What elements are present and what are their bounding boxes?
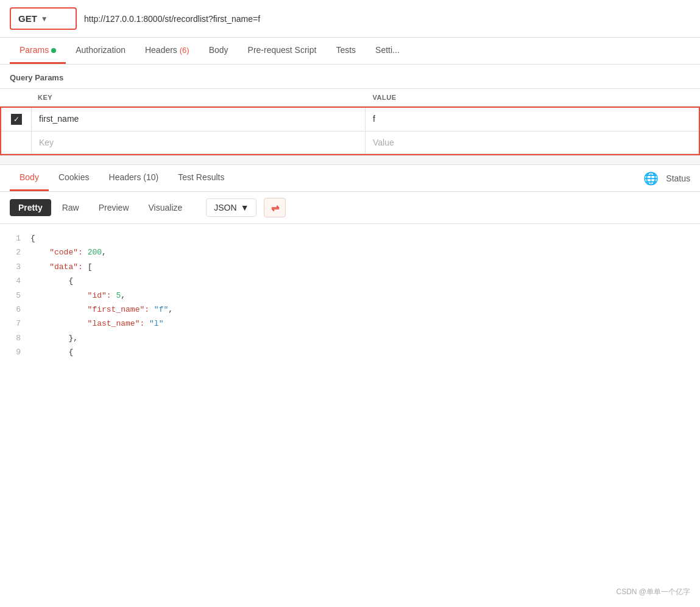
line-number-7: 7: [0, 317, 30, 331]
check-column-header: [0, 89, 30, 106]
json-viewer: 1 { 2 "code": 200, 3 "data": [ 4 { 5 "id…: [0, 224, 700, 407]
chevron-down-icon: ▼: [41, 15, 48, 23]
line-content-8: },: [30, 331, 700, 345]
url-bar: GET ▼: [0, 0, 700, 38]
headers-badge: (6): [180, 46, 189, 55]
method-selector[interactable]: GET ▼: [10, 7, 77, 30]
preview-button[interactable]: Preview: [90, 199, 138, 216]
wrap-button[interactable]: ⇌: [264, 198, 286, 217]
params-table: KEY VALUE ✓ first_name f Key Value: [0, 88, 700, 155]
params-empty-row: Key Value: [1, 132, 699, 154]
empty-check-cell: [1, 132, 32, 153]
url-input[interactable]: [77, 9, 690, 29]
line-content-7: "last_name": "l": [30, 317, 700, 331]
response-tab-cookies[interactable]: Cookies: [49, 165, 99, 191]
query-params-title: Query Params: [0, 65, 700, 88]
visualize-button[interactable]: Visualize: [140, 199, 191, 216]
format-divider: [198, 200, 199, 215]
response-tab-right: 🌐 Status: [643, 166, 690, 191]
params-row-highlighted: ✓ first_name f Key Value: [0, 107, 700, 155]
key-placeholder: Key: [39, 138, 54, 147]
line-number-3: 3: [0, 260, 30, 274]
tab-settings[interactable]: Setti...: [366, 38, 409, 64]
raw-button[interactable]: Raw: [54, 199, 88, 216]
response-tab-headers[interactable]: Headers (10): [99, 165, 169, 191]
wrap-icon: ⇌: [271, 202, 279, 214]
params-header: KEY VALUE: [0, 89, 700, 107]
tab-params[interactable]: Params: [10, 38, 66, 64]
line-number-8: 8: [0, 331, 30, 345]
row-checkbox[interactable]: ✓: [11, 114, 22, 125]
json-line-2: 2 "code": 200,: [0, 245, 700, 259]
table-row: ✓ first_name f: [1, 108, 699, 132]
line-number-1: 1: [0, 231, 30, 245]
line-number-5: 5: [0, 289, 30, 303]
line-number-9: 9: [0, 345, 30, 359]
json-line-5: 5 "id": 5,: [0, 289, 700, 303]
json-line-4: 4 {: [0, 274, 700, 288]
line-number-2: 2: [0, 245, 30, 259]
json-line-7: 7 "last_name": "l": [0, 317, 700, 331]
line-content-4: {: [30, 274, 700, 288]
status-label: Status: [666, 174, 690, 183]
tab-body[interactable]: Body: [199, 38, 238, 64]
request-tabs: Params Authorization Headers (6) Body Pr…: [0, 38, 700, 65]
checkmark-icon: ✓: [13, 116, 19, 123]
response-tabs: Body Cookies Headers (10) Test Results 🌐…: [0, 165, 700, 192]
json-line-9: 9 {: [0, 345, 700, 359]
json-line-1: 1 {: [0, 231, 700, 245]
value-cell[interactable]: f: [366, 108, 699, 131]
response-tab-body[interactable]: Body: [10, 165, 49, 191]
empty-key-cell[interactable]: Key: [32, 132, 366, 153]
check-cell[interactable]: ✓: [1, 108, 32, 131]
params-dot: [51, 48, 56, 53]
key-column-header: KEY: [30, 89, 366, 106]
response-tab-test-results[interactable]: Test Results: [168, 165, 234, 191]
line-number-4: 4: [0, 274, 30, 288]
tab-pre-request[interactable]: Pre-request Script: [238, 38, 327, 64]
line-content-6: "first_name": "f",: [30, 303, 700, 317]
line-content-3: "data": [: [30, 260, 700, 274]
globe-icon[interactable]: 🌐: [643, 171, 659, 186]
value-placeholder: Value: [373, 138, 394, 147]
format-toolbar: Pretty Raw Preview Visualize JSON ▼ ⇌: [0, 192, 700, 224]
separator: [0, 155, 700, 165]
tab-tests[interactable]: Tests: [326, 38, 366, 64]
tab-headers[interactable]: Headers (6): [135, 38, 199, 64]
value-column-header: VALUE: [366, 89, 701, 106]
json-line-8: 8 },: [0, 331, 700, 345]
json-line-6: 6 "first_name": "f",: [0, 303, 700, 317]
json-selector[interactable]: JSON ▼: [206, 198, 256, 217]
line-content-5: "id": 5,: [30, 289, 700, 303]
pretty-button[interactable]: Pretty: [10, 199, 51, 216]
line-content-9: {: [30, 345, 700, 359]
method-label: GET: [18, 13, 37, 24]
line-number-6: 6: [0, 303, 30, 317]
empty-value-cell[interactable]: Value: [366, 132, 699, 153]
json-line-3: 3 "data": [: [0, 260, 700, 274]
key-cell[interactable]: first_name: [32, 108, 366, 131]
tab-authorization[interactable]: Authorization: [66, 38, 135, 64]
line-content-2: "code": 200,: [30, 245, 700, 259]
json-label: JSON: [214, 203, 236, 212]
line-content-1: {: [30, 231, 700, 245]
json-chevron-icon: ▼: [241, 203, 249, 212]
